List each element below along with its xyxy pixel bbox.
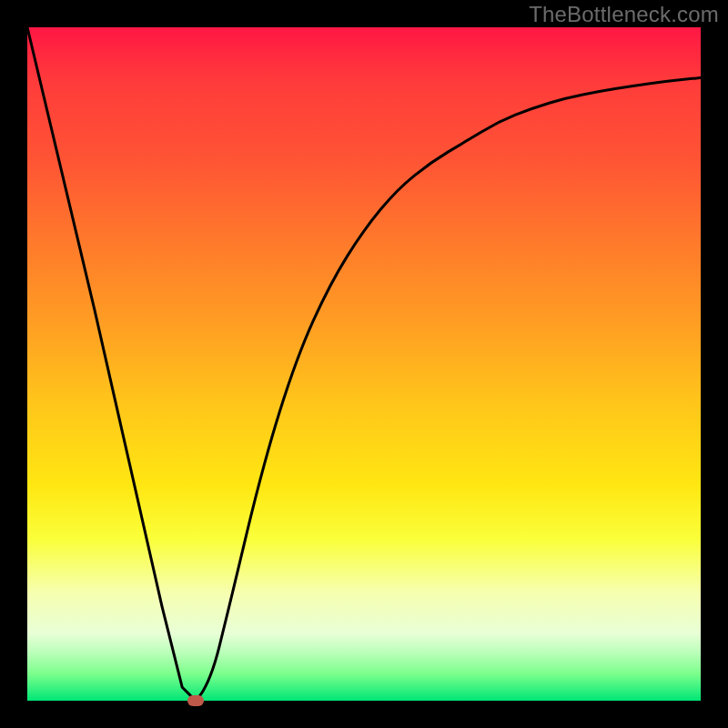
plot-area xyxy=(27,27,701,701)
optimal-point-marker xyxy=(187,695,204,706)
chart-frame: TheBottleneck.com xyxy=(0,0,728,728)
bottleneck-curve xyxy=(27,27,701,701)
curve-svg xyxy=(27,27,701,701)
watermark-text: TheBottleneck.com xyxy=(529,2,719,27)
